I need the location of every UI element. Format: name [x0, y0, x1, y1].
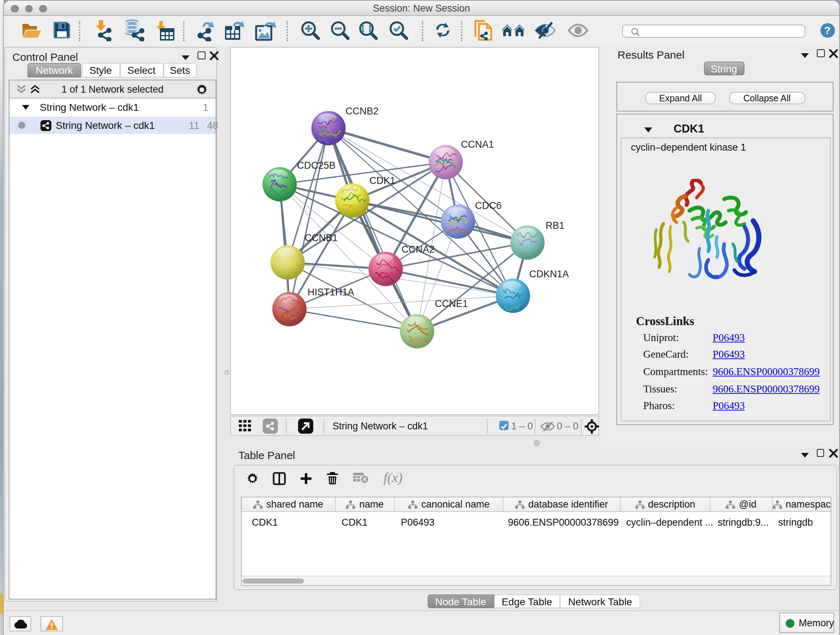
- svg-text:CDC6: CDC6: [475, 200, 501, 211]
- svg-text:HIST1H1A: HIST1H1A: [307, 287, 354, 298]
- svg-text:CCNB2: CCNB2: [345, 106, 378, 117]
- svg-text:CCNA1: CCNA1: [461, 139, 494, 150]
- svg-text:CDKN1A: CDKN1A: [529, 269, 569, 279]
- svg-text:RB1: RB1: [545, 220, 564, 231]
- svg-text:CCNE1: CCNE1: [434, 298, 468, 309]
- svg-text:CCNA2: CCNA2: [401, 244, 434, 255]
- svg-text:CDK1: CDK1: [369, 175, 395, 186]
- svg-text:CDC25B: CDC25B: [297, 160, 335, 171]
- svg-text:CCNB1: CCNB1: [304, 233, 338, 243]
